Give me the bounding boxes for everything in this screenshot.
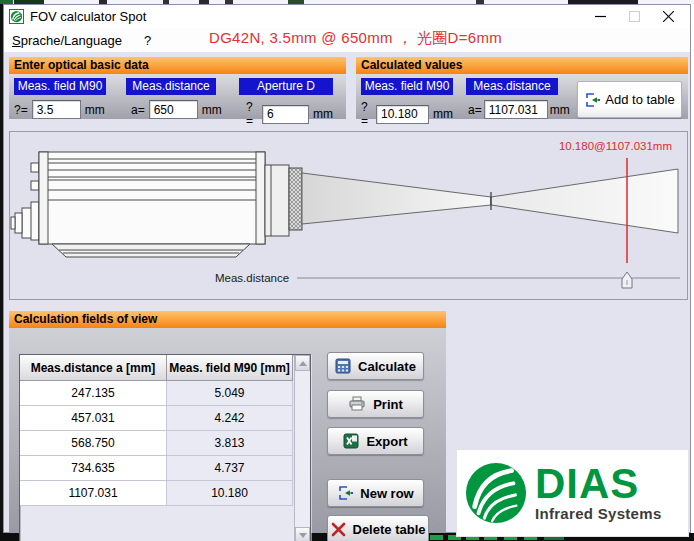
field-label: Meas. field M90	[14, 78, 106, 95]
meas-field-input[interactable]	[32, 100, 81, 119]
app-window: FOV calculator Spot Sprache/Language ? D…	[3, 4, 691, 533]
slider-label: Meas.distance	[215, 272, 289, 284]
delete-table-button[interactable]: Delete table	[327, 515, 429, 541]
lens-config-overlay: DG42N, 3.5mm @ 650mm ， 光圈D=6mm	[209, 29, 502, 48]
table-row[interactable]: 1107.031 10.180	[20, 481, 310, 506]
group-header: Enter optical basic data	[9, 57, 346, 74]
meas-distance-input[interactable]	[149, 100, 198, 119]
field-label: Meas.distance	[466, 78, 558, 95]
table-row[interactable]: 568.750 3.813	[20, 431, 310, 456]
close-icon	[663, 11, 674, 22]
table-row[interactable]: 457.031 4.242	[20, 406, 310, 431]
group-enter-optical-basic-data: Enter optical basic data Meas. field M90…	[9, 57, 346, 119]
column-header-distance[interactable]: Meas.distance a [mm]	[20, 355, 167, 381]
field-meas-distance: Meas.distance a= mm	[126, 78, 216, 119]
maximize-icon	[629, 11, 640, 22]
calculator-icon	[335, 358, 351, 374]
field-prefix: ?=	[361, 100, 372, 128]
column-header-field[interactable]: Meas. field M90 [mm]	[167, 355, 293, 381]
print-button[interactable]: Print	[327, 390, 424, 418]
field-label: Aperture D	[239, 78, 333, 95]
field-label: Meas. field M90	[361, 78, 453, 95]
new-row-button[interactable]: New row	[327, 479, 424, 507]
add-to-table-button[interactable]: Add to table	[577, 81, 682, 118]
field-unit: mm	[550, 103, 570, 117]
field-prefix: a=	[468, 103, 482, 117]
menu-item-language[interactable]: Sprache/Language	[12, 31, 130, 50]
beam-cone-right	[491, 169, 678, 233]
cell-distance[interactable]: 568.750	[20, 431, 167, 456]
field-calc-meas-field: Meas. field M90 ?= mm	[361, 78, 453, 128]
print-label: Print	[373, 397, 403, 412]
cell-field[interactable]: 3.813	[167, 431, 293, 456]
printer-icon	[348, 396, 366, 412]
title-bar: FOV calculator Spot	[4, 5, 690, 28]
cell-distance[interactable]: 457.031	[20, 406, 167, 431]
field-prefix: ?=	[246, 100, 258, 128]
field-label: Meas.distance	[126, 78, 216, 95]
camera-illustration	[11, 152, 302, 257]
fov-diagram-panel: 10.180@1107.031mm Meas.distance	[9, 131, 688, 300]
cell-distance[interactable]: 1107.031	[20, 481, 167, 506]
app-icon	[9, 9, 24, 24]
window-title: FOV calculator Spot	[30, 9, 146, 24]
arrow-up-icon	[299, 361, 307, 366]
minimize-icon	[595, 11, 606, 22]
calc-meas-distance-input[interactable]	[484, 100, 548, 119]
field-unit: mm	[85, 103, 105, 117]
export-label: Export	[366, 434, 407, 449]
cell-field[interactable]: 5.049	[167, 381, 293, 406]
new-row-label: New row	[360, 486, 413, 501]
excel-export-icon	[343, 433, 359, 449]
calc-meas-field-input[interactable]	[376, 105, 429, 124]
delete-table-label: Delete table	[353, 522, 426, 537]
field-prefix: ?=	[14, 103, 28, 117]
field-prefix: a=	[131, 103, 145, 117]
arrow-down-icon	[299, 533, 307, 538]
new-row-icon	[337, 485, 353, 501]
cell-distance[interactable]: 247.135	[20, 381, 167, 406]
field-unit: mm	[433, 107, 453, 121]
field-aperture-d: Aperture D ?= mm	[239, 78, 333, 128]
measurement-annotation: 10.180@1107.031mm	[559, 140, 672, 152]
table-row[interactable]: 734.635 4.737	[20, 456, 310, 481]
menu-bar: Sprache/Language ? DG42N, 3.5mm @ 650mm …	[4, 28, 690, 52]
add-row-icon	[584, 92, 600, 108]
scroll-down-button[interactable]	[295, 527, 310, 541]
fov-table: Meas.distance a [mm] Meas. field M90 [mm…	[19, 354, 311, 541]
cell-field[interactable]: 4.242	[167, 406, 293, 431]
group-header: Calculated values	[356, 57, 688, 74]
scroll-up-button[interactable]	[295, 355, 310, 371]
field-calc-meas-distance: Meas.distance a= mm	[466, 78, 558, 119]
close-button[interactable]	[651, 6, 685, 28]
dias-wordmark: DIAS	[535, 464, 662, 504]
group-header: Calculation fields of view	[9, 311, 446, 328]
aperture-input[interactable]	[262, 105, 309, 124]
dias-logo-icon	[465, 462, 527, 524]
add-to-table-label: Add to table	[605, 92, 674, 107]
field-meas-field-m90: Meas. field M90 ?= mm	[14, 78, 106, 119]
dias-subtitle: Infrared Systems	[535, 505, 662, 522]
field-unit: mm	[313, 107, 333, 121]
minimize-button[interactable]	[583, 6, 617, 28]
cell-field[interactable]: 10.180	[167, 481, 293, 506]
table-header-row: Meas.distance a [mm] Meas. field M90 [mm…	[20, 355, 310, 381]
delete-icon	[331, 522, 346, 537]
export-button[interactable]: Export	[327, 427, 424, 455]
cell-distance[interactable]: 734.635	[20, 456, 167, 481]
table-row[interactable]: 247.135 5.049	[20, 381, 310, 406]
dias-logo: DIAS Infrared Systems	[456, 449, 689, 537]
maximize-button[interactable]	[617, 6, 651, 28]
fov-diagram: 10.180@1107.031mm Meas.distance	[10, 132, 687, 299]
calculate-button[interactable]: Calculate	[327, 352, 424, 380]
field-unit: mm	[202, 103, 222, 117]
cell-field[interactable]: 4.737	[167, 456, 293, 481]
group-calculated-values: Calculated values Meas. field M90 ?= mm …	[356, 57, 688, 119]
group-calculation-fields-of-view: Calculation fields of view Meas.distance…	[9, 311, 446, 533]
screen: FOV calculator Spot Sprache/Language ? D…	[0, 0, 694, 541]
menu-item-help[interactable]: ?	[144, 31, 159, 50]
calculate-label: Calculate	[358, 359, 416, 374]
table-scrollbar[interactable]	[294, 355, 310, 541]
beam-cone-left	[302, 173, 491, 224]
